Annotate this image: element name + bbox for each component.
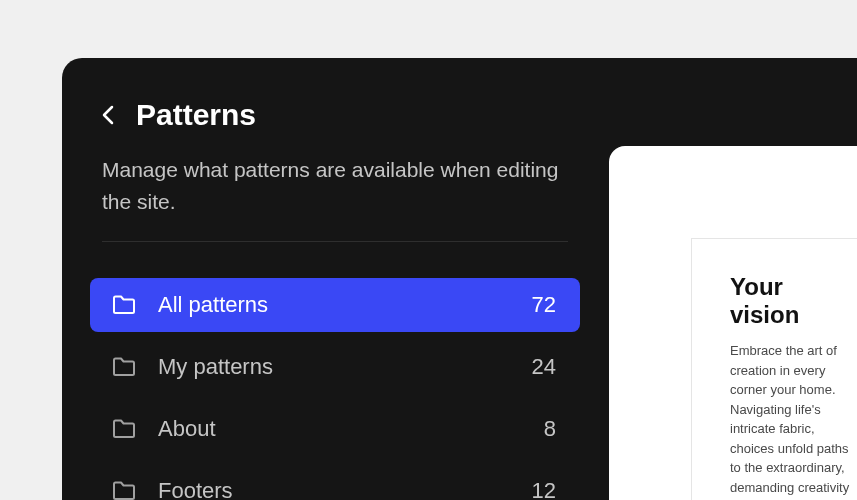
preview-panel: Your vision Embrace the art of creation … xyxy=(609,146,857,500)
sidebar-item-label: About xyxy=(158,416,544,442)
sidebar-item-count: 8 xyxy=(544,416,556,442)
divider xyxy=(102,241,568,242)
patterns-panel: Patterns Manage what patterns are availa… xyxy=(62,58,857,500)
chevron-left-icon[interactable] xyxy=(102,105,114,125)
sidebar-item-label: My patterns xyxy=(158,354,532,380)
sidebar-item-about[interactable]: About 8 xyxy=(90,402,580,456)
header-row: Patterns xyxy=(90,98,580,132)
sidebar-item-label: All patterns xyxy=(158,292,532,318)
sidebar: Patterns Manage what patterns are availa… xyxy=(90,98,580,500)
folder-icon xyxy=(112,357,136,377)
preview-content: Your vision Embrace the art of creation … xyxy=(691,238,857,500)
preview-heading: Your vision xyxy=(730,273,857,329)
preview-body: Embrace the art of creation in every cor… xyxy=(730,341,857,500)
sidebar-item-count: 12 xyxy=(532,478,556,500)
sidebar-item-label: Footers xyxy=(158,478,532,500)
folder-list: All patterns 72 My patterns 24 About 8 xyxy=(90,278,580,500)
sidebar-item-footers[interactable]: Footers 12 xyxy=(90,464,580,500)
sidebar-item-count: 72 xyxy=(532,292,556,318)
sidebar-item-count: 24 xyxy=(532,354,556,380)
sidebar-item-my-patterns[interactable]: My patterns 24 xyxy=(90,340,580,394)
preview-section: Your vision Embrace the art of creation … xyxy=(730,273,857,500)
folder-icon xyxy=(112,419,136,439)
folder-icon xyxy=(112,295,136,315)
folder-icon xyxy=(112,481,136,500)
page-subtitle: Manage what patterns are available when … xyxy=(90,154,580,217)
sidebar-item-all-patterns[interactable]: All patterns 72 xyxy=(90,278,580,332)
page-title: Patterns xyxy=(136,98,256,132)
